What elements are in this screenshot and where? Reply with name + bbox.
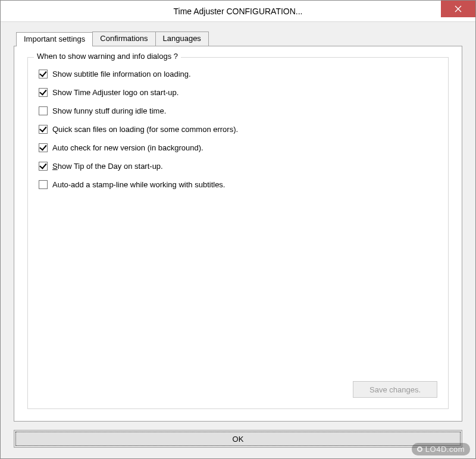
- warnings-groupbox: When to show warning and info dialogs ? …: [27, 57, 449, 409]
- tab-languages[interactable]: Languages: [155, 32, 209, 46]
- option-row: Auto-add a stamp-line while working with…: [39, 180, 437, 189]
- watermark: LO4D.com: [412, 443, 470, 455]
- tab-row: Important settings Confirmations Languag…: [16, 32, 462, 46]
- checkbox-show-subtitle-info[interactable]: [39, 70, 48, 78]
- option-label: Auto check for new version (in backgroun…: [52, 143, 203, 152]
- close-button[interactable]: [441, 1, 475, 17]
- option-row: Quick scan files on loading (for some co…: [39, 125, 437, 134]
- checkbox-quick-scan[interactable]: [39, 125, 48, 134]
- option-label: Quick scan files on loading (for some co…: [52, 125, 238, 134]
- tab-panel: When to show warning and info dialogs ? …: [14, 46, 462, 422]
- watermark-text: LO4D.com: [425, 445, 465, 454]
- option-row: Show Time Adjuster logo on start-up.: [39, 88, 437, 97]
- tabs-container: Important settings Confirmations Languag…: [14, 32, 462, 422]
- option-row: Show subtitle file information on loadin…: [39, 70, 437, 78]
- option-label: Show Tip of the Day on start-up.: [52, 162, 163, 171]
- tab-important-settings[interactable]: Important settings: [16, 32, 93, 46]
- close-icon: [455, 5, 462, 12]
- window-title: Time Adjuster CONFIGURATION...: [173, 7, 302, 16]
- checkbox-auto-stamp[interactable]: [39, 180, 48, 189]
- checkbox-tip-of-day[interactable]: [39, 162, 48, 171]
- checkbox-auto-check-version[interactable]: [39, 143, 48, 152]
- checkbox-funny-stuff[interactable]: [39, 106, 48, 115]
- option-row: Auto check for new version (in backgroun…: [39, 143, 437, 152]
- tab-confirmations[interactable]: Confirmations: [92, 32, 155, 46]
- groupbox-title: When to show warning and info dialogs ?: [34, 52, 181, 61]
- option-label: Auto-add a stamp-line while working with…: [52, 180, 225, 189]
- save-changes-button[interactable]: Save changes.: [353, 381, 437, 398]
- titlebar: Time Adjuster CONFIGURATION...: [1, 1, 475, 22]
- ok-button[interactable]: OK: [14, 430, 462, 448]
- config-window: Time Adjuster CONFIGURATION... Important…: [0, 0, 476, 459]
- option-row: Show Tip of the Day on start-up.: [39, 162, 437, 171]
- option-label-rest: how Tip of the Day on start-up.: [58, 162, 163, 171]
- watermark-icon: [417, 447, 422, 452]
- option-label: Show Time Adjuster logo on start-up.: [52, 88, 178, 97]
- option-row: Show funny stuff during idle time.: [39, 106, 437, 115]
- client-area: Important settings Confirmations Languag…: [1, 22, 475, 458]
- option-label: Show funny stuff during idle time.: [52, 106, 166, 115]
- checkbox-show-logo[interactable]: [39, 88, 48, 97]
- option-label: Show subtitle file information on loadin…: [52, 70, 191, 78]
